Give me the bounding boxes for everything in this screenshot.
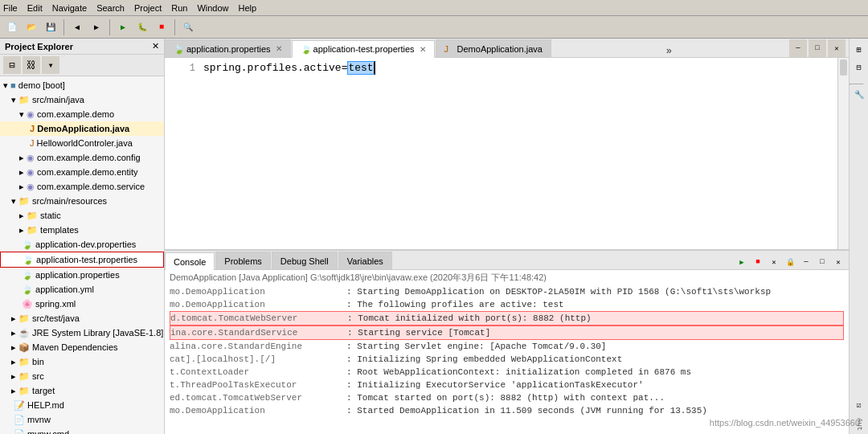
sidebar-header: Project Explorer ✕ <box>0 39 164 55</box>
tree-app-dev-props[interactable]: 🍃 application-dev.properties <box>0 237 164 252</box>
editor-maximize-btn[interactable]: □ <box>809 39 826 57</box>
tab-test-props-icon: 🍃 <box>301 44 310 54</box>
log-source-1: mo.DemoApplication <box>170 298 346 311</box>
console-maximize-btn[interactable]: □ <box>815 255 829 269</box>
tree-com-example-demo[interactable]: ▾ ◉ com.example.demo <box>0 107 164 121</box>
console-tab-console[interactable]: Console <box>165 252 215 270</box>
tree-com-example-demo-config[interactable]: ▸ ◉ com.example.demo.config <box>0 150 164 165</box>
menu-edit[interactable]: Edit <box>27 3 43 13</box>
tree-app-props[interactable]: 🍃 application.properties <box>0 268 164 282</box>
tree-src-main-resources[interactable]: ▾ 📁 src/main/resources <box>0 194 164 208</box>
toolbar-open[interactable]: 📂 <box>23 18 40 36</box>
editor-minimize-btn[interactable]: — <box>789 39 807 57</box>
console-log-5: cat].[localhost].[/] : Initializing Spri… <box>170 353 844 366</box>
console-scroll-lock-btn[interactable]: 🔒 <box>783 255 797 269</box>
tree-mvnw[interactable]: 📄 mvnw <box>0 412 164 427</box>
console-log-4: alina.core.StandardEngine : Starting Ser… <box>170 340 844 353</box>
log-source-3: ina.core.StandardService <box>170 326 347 339</box>
watermark: https://blog.csdn.net/weixin_44953660 <box>710 418 860 428</box>
toolbar-run[interactable]: ▶ <box>114 18 132 36</box>
console-log-8: ed.tomcat.TomcatWebServer : Tomcat start… <box>170 391 844 404</box>
toolbar-back[interactable]: ◀ <box>68 18 86 36</box>
console-clear-btn[interactable]: ✕ <box>767 255 781 269</box>
menu-bar: File Edit Navigate Search Project Run Wi… <box>0 0 868 16</box>
console-log-3: ina.core.StandardService : Starting serv… <box>170 326 844 340</box>
menu-navigate[interactable]: Navigate <box>52 3 87 13</box>
console-tab-debug[interactable]: Debug Shell <box>272 252 338 269</box>
tree-com-example-demo-entity[interactable]: ▸ ◉ com.example.demo.entity <box>0 165 164 179</box>
tree-src-test-java[interactable]: ▸ 📁 src/test/java <box>0 311 164 326</box>
editor-scrollbar[interactable] <box>837 58 849 249</box>
log-source-7: t.ThreadPoolTaskExecutor <box>170 379 346 391</box>
menu-run[interactable]: Run <box>171 3 187 13</box>
console-log-9: mo.DemoApplication : Started DemoApplica… <box>170 404 844 417</box>
tab-app-props-close[interactable]: ✕ <box>276 44 282 53</box>
console-stop-btn[interactable]: ■ <box>751 255 765 269</box>
tree-spring-xml[interactable]: 🌸 spring.xml <box>0 297 164 311</box>
log-msg-8: : Tomcat started on port(s): 8882 (http)… <box>346 391 665 404</box>
toolbar-forward[interactable]: ▶ <box>88 18 105 36</box>
tree-src[interactable]: ▸ 📁 src <box>0 369 164 383</box>
menu-project[interactable]: Project <box>134 3 162 13</box>
toolbar-new[interactable]: 📄 <box>3 18 21 36</box>
toolbar-search-global[interactable]: 🔍 <box>179 18 197 36</box>
log-msg-5: : Initializing Spring embedded WebApplic… <box>346 353 622 366</box>
right-btn-3[interactable]: 🔧 <box>851 87 867 103</box>
tree-app-test-props[interactable]: 🍃 application-test.properties <box>0 252 164 268</box>
tree-maven-deps[interactable]: ▸ 📦 Maven Dependencies <box>0 340 164 354</box>
sidebar-menu-btn[interactable]: ▾ <box>42 56 59 74</box>
right-btn-2[interactable]: ⊟ <box>851 59 867 76</box>
menu-file[interactable]: File <box>3 3 18 13</box>
toolbar-sep3 <box>174 19 175 35</box>
menu-search[interactable]: Search <box>96 3 125 13</box>
project-explorer: Project Explorer ✕ ⊟ ⛓ ▾ ▾ ■ demo [boot]… <box>0 39 165 434</box>
menu-window[interactable]: Window <box>197 3 228 13</box>
tab-demo-app[interactable]: J DemoApplication.java <box>436 39 551 57</box>
console-close-btn[interactable]: ✕ <box>831 255 845 269</box>
toolbar-debug[interactable]: 🐛 <box>133 18 151 36</box>
right-panel: 🍃 application.properties ✕ 🍃 application… <box>165 39 849 434</box>
tree-mvnw-cmd[interactable]: 📄 mvnw.cmd <box>0 427 164 434</box>
sidebar-title: Project Explorer <box>5 42 73 51</box>
tree-static[interactable]: ▸ 📁 static <box>0 208 164 223</box>
console-tab-problems[interactable]: Problems <box>215 252 270 269</box>
right-btn-4[interactable]: ☑ <box>851 397 867 413</box>
bottom-panel: Console Problems Debug Shell Variables ▶… <box>165 249 849 434</box>
sidebar-close-icon[interactable]: ✕ <box>152 41 159 51</box>
tree-jre-system[interactable]: ▸ ☕ JRE System Library [JavaSE-1.8] <box>0 326 164 340</box>
console-tab-variables[interactable]: Variables <box>338 252 392 269</box>
console-minimize-btn[interactable]: — <box>799 255 813 269</box>
tree-app-yml[interactable]: 🍃 application.yml <box>0 282 164 297</box>
tabs-overflow-menu[interactable]: » <box>661 46 677 57</box>
toolbar-stop[interactable]: ■ <box>153 18 170 36</box>
log-source-4: alina.core.StandardEngine <box>170 340 346 353</box>
toolbar-sep1 <box>63 19 64 35</box>
editor-close-btn[interactable]: ✕ <box>828 39 845 57</box>
tab-app-props[interactable]: 🍃 application.properties ✕ <box>165 39 291 57</box>
toolbar-save[interactable]: 💾 <box>42 18 59 36</box>
collapse-all-btn[interactable]: ⊟ <box>3 56 21 74</box>
tree-DemoApplication[interactable]: J DemoApplication.java <box>0 121 164 136</box>
tree-src-main-java[interactable]: ▾ 📁 src/main/java <box>0 92 164 107</box>
editor-scrollbar-thumb[interactable] <box>840 59 847 76</box>
editor-tabs: 🍃 application.properties ✕ 🍃 application… <box>165 39 849 58</box>
editor-content[interactable]: 1 spring.profiles.active=test <box>165 58 849 249</box>
log-msg-3: : Starting service [Tomcat] <box>347 326 490 339</box>
tree-target[interactable]: ▸ 📁 target <box>0 383 164 398</box>
log-source-9: mo.DemoApplication <box>170 404 346 417</box>
tree-demo-boot[interactable]: ▾ ■ demo [boot] <box>0 78 164 92</box>
menu-help[interactable]: Help <box>239 3 257 13</box>
tab-app-test-props[interactable]: 🍃 application-test.properties ✕ <box>292 40 435 58</box>
tab-app-test-props-close[interactable]: ✕ <box>420 45 426 54</box>
console-run-btn[interactable]: ▶ <box>735 255 749 269</box>
tree-templates[interactable]: ▸ 📁 templates <box>0 223 164 237</box>
toolbar-sep2 <box>109 19 110 35</box>
log-msg-2: : Tomcat initialized with port(s): 8882 … <box>347 312 592 325</box>
right-btn-1[interactable]: ⊞ <box>851 42 867 58</box>
tree-com-example-demo-service[interactable]: ▸ ◉ com.example.demo.service <box>0 179 164 194</box>
tree-HelloworldControler[interactable]: J HelloworldControler.java <box>0 136 164 150</box>
sidebar-toolbar: ⊟ ⛓ ▾ <box>0 55 164 76</box>
link-editor-btn[interactable]: ⛓ <box>23 56 40 74</box>
tree-bin[interactable]: ▸ 📁 bin <box>0 354 164 369</box>
tree-help-md[interactable]: 📝 HELP.md <box>0 398 164 412</box>
